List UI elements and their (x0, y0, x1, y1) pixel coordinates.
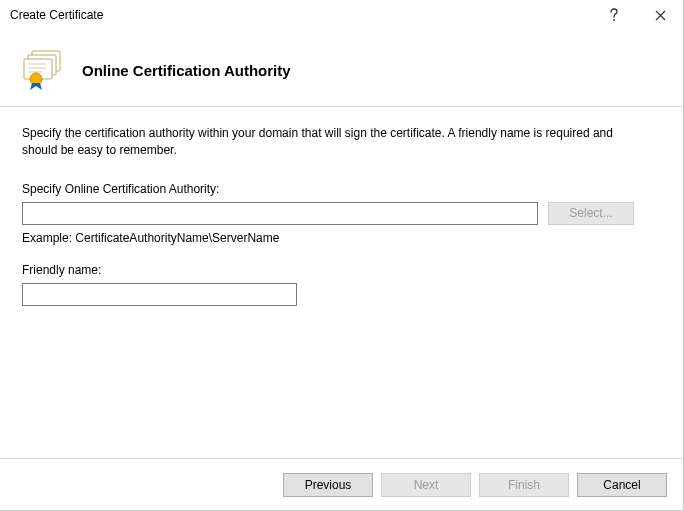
ca-input[interactable] (22, 202, 538, 225)
wizard-heading: Online Certification Authority (82, 62, 291, 79)
intro-text: Specify the certification authority with… (22, 125, 642, 160)
next-button[interactable]: Next (381, 473, 471, 497)
previous-button[interactable]: Previous (283, 473, 373, 497)
wizard-body: Specify the certification authority with… (0, 107, 683, 458)
titlebar: Create Certificate (0, 0, 683, 30)
wizard-footer: Previous Next Finish Cancel (0, 458, 683, 510)
close-icon (655, 10, 666, 21)
cancel-button[interactable]: Cancel (577, 473, 667, 497)
ca-example: Example: CertificateAuthorityName\Server… (22, 231, 661, 245)
help-button[interactable] (591, 0, 637, 30)
certificate-icon (20, 46, 68, 94)
dialog-window: Create Certificate (0, 0, 684, 511)
finish-button[interactable]: Finish (479, 473, 569, 497)
svg-point-0 (613, 19, 615, 21)
friendly-name-input[interactable] (22, 283, 297, 306)
help-icon (609, 8, 619, 22)
wizard-header: Online Certification Authority (0, 30, 683, 107)
select-button[interactable]: Select... (548, 202, 634, 225)
ca-label: Specify Online Certification Authority: (22, 182, 661, 196)
friendly-name-label: Friendly name: (22, 263, 661, 277)
window-title: Create Certificate (10, 8, 591, 22)
close-button[interactable] (637, 0, 683, 30)
